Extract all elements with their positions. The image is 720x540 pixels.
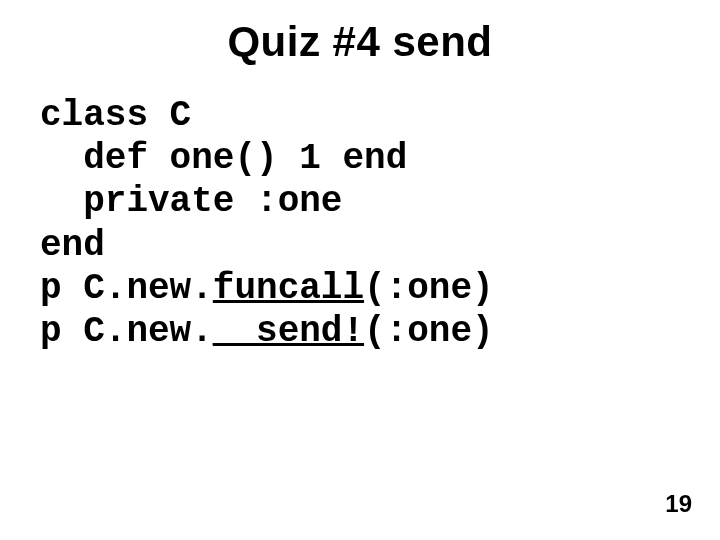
code-line-6-prefix: p C.new. — [40, 311, 213, 352]
code-line-4: end — [40, 225, 105, 266]
code-line-5-prefix: p C.new. — [40, 268, 213, 309]
code-line-6-identifier: __send! — [213, 311, 364, 352]
code-line-3: private :one — [40, 181, 342, 222]
code-line-1: class C — [40, 95, 191, 136]
code-line-2: def one() 1 end — [40, 138, 407, 179]
slide-title: Quiz #4 send — [0, 18, 720, 66]
code-line-5-identifier: funcall — [213, 268, 364, 309]
code-block: class C def one() 1 end private :one end… — [40, 94, 720, 353]
code-line-5-suffix: (:one) — [364, 268, 494, 309]
page-number: 19 — [665, 490, 692, 518]
code-line-6-suffix: (:one) — [364, 311, 494, 352]
